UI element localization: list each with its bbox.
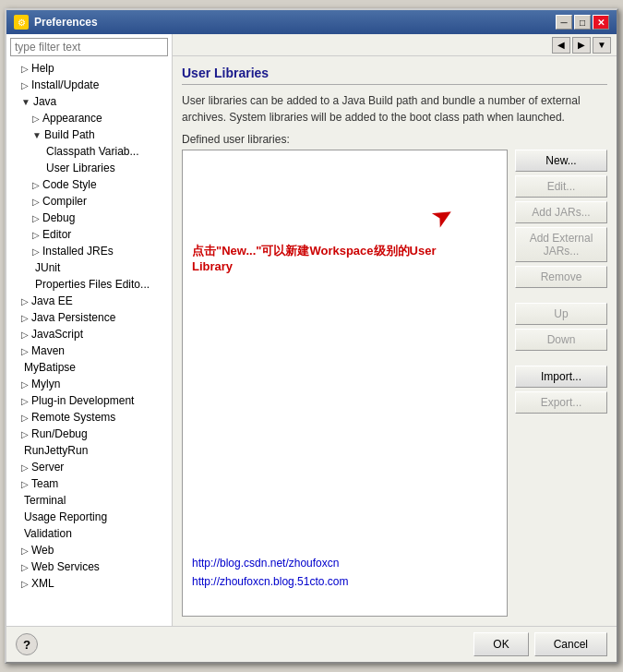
- tree-item-team[interactable]: ▷Team: [6, 475, 172, 492]
- button-separator2: [515, 354, 607, 362]
- tree-item-web-services[interactable]: ▷Web Services: [6, 558, 172, 575]
- tree-item-debug[interactable]: ▷Debug: [6, 210, 172, 226]
- add-external-jars-button[interactable]: Add External JARs...: [515, 227, 607, 262]
- window-title: Preferences: [34, 16, 98, 29]
- tree-item-label: Java Persistence: [31, 311, 115, 324]
- tree-item-label: Compiler: [42, 195, 87, 208]
- tree-item-mybatipse[interactable]: MyBatipse: [6, 359, 172, 376]
- tree-item-java-persistence[interactable]: ▷Java Persistence: [6, 309, 172, 326]
- right-panel: ◀ ▶ ▼ User Libraries User libraries can …: [173, 34, 617, 626]
- button-panel: New... Edit... Add JARs... Add External …: [515, 150, 607, 617]
- tree-item-editor[interactable]: ▷Editor: [6, 226, 172, 243]
- tree-item-label: Plug-in Development: [31, 394, 134, 407]
- ok-button[interactable]: OK: [473, 632, 528, 656]
- tree-item-label: Terminal: [24, 494, 66, 507]
- tree-item-server[interactable]: ▷Server: [6, 459, 172, 475]
- tree-item-label: Properties Files Edito...: [35, 278, 150, 291]
- tree-item-label: Build Path: [44, 128, 95, 141]
- tree-item-java[interactable]: ▼Java: [6, 93, 172, 110]
- defined-label: Defined user libraries:: [182, 133, 607, 146]
- tree-item-label: Run/Debug: [31, 427, 88, 440]
- page-title: User Libraries: [182, 66, 607, 85]
- tree-item-label: Appearance: [42, 112, 102, 125]
- tree-item-runjettyrun[interactable]: RunJettyRun: [6, 442, 172, 459]
- export-button[interactable]: Export...: [515, 391, 607, 414]
- tree-item-arrow: ▷: [21, 579, 29, 589]
- title-bar-left: ⚙ Preferences: [14, 15, 98, 30]
- tree-item-arrow: ▷: [32, 246, 40, 257]
- tree-item-maven[interactable]: ▷Maven: [6, 342, 172, 359]
- tree-item-junit[interactable]: JUnit: [6, 259, 172, 276]
- left-panel: ▷Help▷Install/Update▼Java▷Appearance▼Bui…: [6, 34, 173, 626]
- tree-item-run-debug[interactable]: ▷Run/Debug: [6, 426, 172, 442]
- tree-item-label: Web: [31, 544, 54, 557]
- forward-button[interactable]: ▶: [572, 37, 591, 54]
- tree-item-label: Classpath Variab...: [46, 145, 139, 158]
- tree-item-build-path[interactable]: ▼Build Path: [6, 126, 172, 143]
- tree-item-help[interactable]: ▷Help: [6, 60, 172, 77]
- link1[interactable]: http://blog.csdn.net/zhoufoxcn: [192, 557, 339, 570]
- toolbar: ◀ ▶ ▼: [173, 34, 617, 56]
- maximize-button[interactable]: □: [574, 15, 591, 30]
- tree-item-java-ee[interactable]: ▷Java EE: [6, 293, 172, 309]
- tree-item-label: Debug: [42, 211, 75, 224]
- button-separator: [515, 292, 607, 299]
- filter-input[interactable]: [10, 38, 168, 56]
- new-button[interactable]: New...: [515, 150, 607, 172]
- tree-item-code-style[interactable]: ▷Code Style: [6, 176, 172, 193]
- tree-item-label: Installed JREs: [42, 245, 114, 258]
- minimize-button[interactable]: ─: [556, 15, 572, 30]
- tree-item-arrow: ▷: [21, 379, 29, 390]
- dropdown-button[interactable]: ▼: [593, 37, 611, 54]
- tree-item-arrow: ▷: [21, 429, 29, 439]
- tree-item-label: Help: [31, 62, 54, 75]
- tree-item-user-libraries[interactable]: User Libraries: [6, 160, 172, 176]
- cancel-button[interactable]: Cancel: [534, 632, 607, 656]
- tree-item-installed-jres[interactable]: ▷Installed JREs: [6, 243, 172, 259]
- link2[interactable]: http://zhoufoxcn.blog.51cto.com: [192, 575, 348, 588]
- tree-item-mylyn[interactable]: ▷Mylyn: [6, 376, 172, 392]
- preferences-window: ⚙ Preferences ─ □ ✕ ▷Help▷Install/Update…: [5, 8, 618, 664]
- library-area: 点击"New..."可以新建Workspace级别的User Library ➤…: [182, 150, 607, 617]
- tree-list[interactable]: ▷Help▷Install/Update▼Java▷Appearance▼Bui…: [6, 60, 172, 626]
- tree-item-compiler[interactable]: ▷Compiler: [6, 193, 172, 210]
- tree-item-terminal[interactable]: Terminal: [6, 492, 172, 509]
- annotation-text: 点击"New..."可以新建Workspace级别的User Library: [192, 243, 478, 273]
- tree-item-arrow: ▷: [21, 64, 29, 74]
- tree-item-appearance[interactable]: ▷Appearance: [6, 110, 172, 126]
- tree-item-label: Maven: [31, 344, 65, 357]
- tree-item-javascript[interactable]: ▷JavaScript: [6, 326, 172, 342]
- help-button[interactable]: ?: [16, 633, 38, 655]
- import-button[interactable]: Import...: [515, 366, 607, 388]
- tree-item-web[interactable]: ▷Web: [6, 542, 172, 558]
- tree-item-usage-reporting[interactable]: Usage Reporting: [6, 509, 172, 525]
- remove-button[interactable]: Remove: [515, 266, 607, 288]
- tree-item-label: XML: [31, 577, 54, 590]
- tree-item-xml[interactable]: ▷XML: [6, 575, 172, 592]
- tree-item-remote-systems[interactable]: ▷Remote Systems: [6, 409, 172, 426]
- tree-item-label: Install/Update: [31, 78, 99, 91]
- down-button[interactable]: Down: [515, 329, 607, 351]
- add-jars-button[interactable]: Add JARs...: [515, 201, 607, 223]
- tree-item-arrow: ▷: [21, 396, 29, 406]
- tree-item-arrow: ▷: [32, 197, 40, 207]
- close-button[interactable]: ✕: [593, 15, 609, 30]
- tree-item-arrow: ▷: [21, 346, 29, 356]
- tree-item-classpath-variables[interactable]: Classpath Variab...: [6, 143, 172, 160]
- tree-item-label: User Libraries: [46, 162, 115, 174]
- tree-item-validation[interactable]: Validation: [6, 525, 172, 542]
- tree-item-label: Editor: [42, 228, 71, 241]
- tree-item-label: Team: [31, 477, 58, 490]
- up-button[interactable]: Up: [515, 303, 607, 325]
- tree-item-label: Web Services: [31, 560, 100, 573]
- tree-item-arrow: ▷: [21, 330, 29, 340]
- tree-item-install-update[interactable]: ▷Install/Update: [6, 77, 172, 93]
- tree-item-properties-files-editor[interactable]: Properties Files Edito...: [6, 276, 172, 293]
- library-list-inner: 点击"New..."可以新建Workspace级别的User Library ➤…: [183, 150, 507, 616]
- tree-item-plugin-development[interactable]: ▷Plug-in Development: [6, 392, 172, 409]
- library-list: 点击"New..."可以新建Workspace级别的User Library ➤…: [182, 150, 508, 617]
- tree-item-label: Server: [31, 461, 64, 474]
- annotation-arrow: ➤: [425, 198, 459, 234]
- edit-button[interactable]: Edit...: [515, 175, 607, 198]
- back-button[interactable]: ◀: [552, 37, 570, 54]
